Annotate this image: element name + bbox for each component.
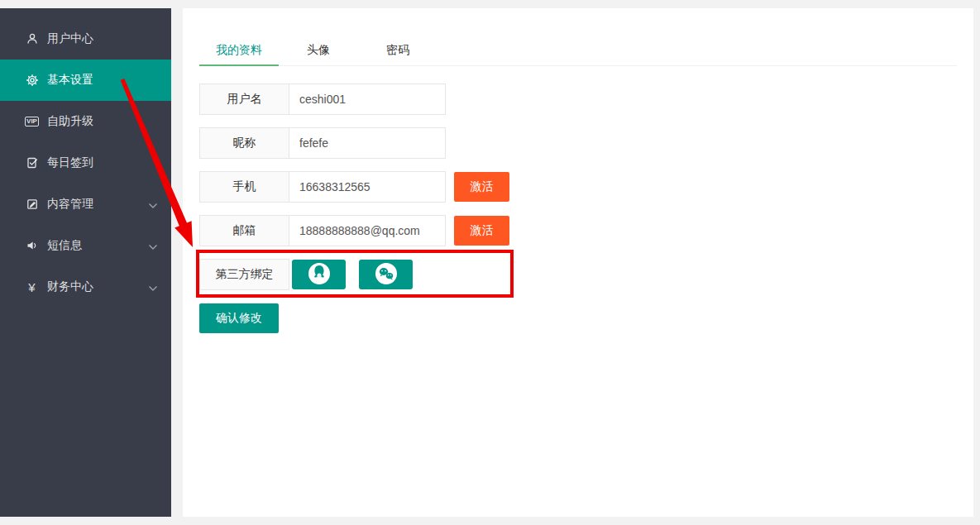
sidebar-item-sms[interactable]: 短信息: [0, 225, 171, 266]
qq-icon: [303, 260, 336, 289]
chevron-down-icon: [148, 281, 158, 294]
main-card: 我的资料 头像 密码 用户名 昵称 手机 激活 邮箱 激活 第三方绑定: [183, 8, 973, 517]
phone-row: 手机 激活: [199, 171, 957, 203]
nickname-row: 昵称: [199, 127, 957, 159]
phone-activate-button[interactable]: 激活: [454, 172, 509, 202]
user-icon: [25, 32, 39, 46]
username-row: 用户名: [199, 84, 957, 115]
chevron-down-icon: [148, 198, 158, 212]
third-party-binding-row: 第三方绑定: [199, 259, 957, 290]
tab-password[interactable]: 密码: [358, 33, 437, 65]
nickname-field[interactable]: [289, 127, 446, 159]
sidebar-item-daily-signin[interactable]: 每日签到: [0, 142, 171, 184]
qq-bind-button[interactable]: [292, 260, 346, 289]
sidebar-item-label: 内容管理: [47, 197, 93, 212]
sidebar-item-label: 基本设置: [47, 73, 93, 88]
gear-icon: [25, 74, 39, 88]
tab-avatar[interactable]: 头像: [279, 33, 358, 65]
sidebar-item-basic-settings[interactable]: 基本设置: [0, 60, 171, 101]
sidebar-item-label: 财务中心: [47, 279, 93, 294]
sidebar-item-finance-center[interactable]: ¥ 财务中心: [0, 266, 171, 308]
speaker-icon: [25, 239, 39, 253]
sidebar: 用户中心 基本设置 VIP 自助升级 每日签到: [0, 8, 171, 517]
email-row: 邮箱 激活: [199, 215, 957, 246]
vip-icon: VIP: [25, 115, 39, 129]
profile-form: 用户名 昵称 手机 激活 邮箱 激活 第三方绑定: [199, 84, 957, 333]
sidebar-item-label: 短信息: [47, 238, 82, 253]
third-party-label: 第三方绑定: [199, 259, 289, 290]
phone-field[interactable]: [289, 171, 446, 203]
sidebar-item-label: 每日签到: [47, 155, 93, 170]
sidebar-item-user-center[interactable]: 用户中心: [0, 18, 171, 60]
username-label: 用户名: [199, 84, 289, 115]
nickname-label: 昵称: [199, 127, 289, 159]
email-label: 邮箱: [199, 215, 289, 246]
sidebar-item-label: 自助升级: [47, 114, 93, 129]
sidebar-item-label: 用户中心: [47, 31, 93, 46]
email-field[interactable]: [289, 215, 446, 246]
username-field[interactable]: [289, 84, 446, 115]
email-activate-button[interactable]: 激活: [454, 216, 509, 246]
sidebar-item-content-management[interactable]: 内容管理: [0, 184, 171, 225]
tab-bar: 我的资料 头像 密码: [199, 33, 957, 66]
confirm-changes-button[interactable]: 确认修改: [199, 303, 279, 333]
signin-icon: [25, 156, 39, 170]
wechat-bind-button[interactable]: [359, 260, 413, 289]
wechat-icon: [370, 260, 403, 289]
sidebar-item-self-upgrade[interactable]: VIP 自助升级: [0, 101, 171, 142]
content-icon: [25, 198, 39, 212]
yen-icon: ¥: [25, 280, 39, 294]
tab-my-profile[interactable]: 我的资料: [199, 33, 279, 65]
phone-label: 手机: [199, 171, 289, 203]
chevron-down-icon: [148, 240, 158, 253]
